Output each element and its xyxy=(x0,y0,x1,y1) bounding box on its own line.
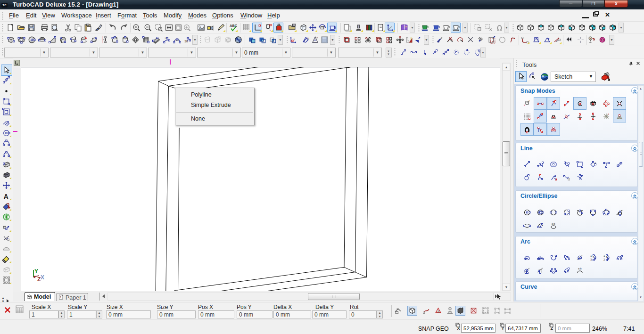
svg-text:1: 1 xyxy=(603,254,605,257)
svg-text:a:b: a:b xyxy=(578,267,582,270)
svg-text:?: ? xyxy=(307,37,309,41)
svg-text:2: 2 xyxy=(603,258,605,261)
svg-text:A: A xyxy=(4,192,8,200)
svg-text:?: ? xyxy=(405,25,407,29)
svg-text:3: 3 xyxy=(590,258,592,261)
svg-text:A: A xyxy=(437,310,439,314)
svg-text:1: 1 xyxy=(590,254,592,257)
svg-text:X: X xyxy=(41,274,44,281)
svg-text:X: X xyxy=(457,326,460,330)
svg-text:×: × xyxy=(608,113,609,115)
svg-text:Y: Y xyxy=(34,268,38,275)
svg-text:y: y xyxy=(294,38,295,41)
svg-text:Y: Y xyxy=(502,326,504,330)
svg-text:x: x xyxy=(524,104,525,106)
svg-text:Z: Z xyxy=(551,326,553,330)
svg-text:ABC: ABC xyxy=(230,24,237,28)
svg-text:×: × xyxy=(579,113,580,115)
svg-text:a:b: a:b xyxy=(552,222,555,225)
svg-text:?: ? xyxy=(316,36,318,40)
svg-text:×: × xyxy=(592,113,594,115)
svg-text:Y: Y xyxy=(528,100,530,102)
